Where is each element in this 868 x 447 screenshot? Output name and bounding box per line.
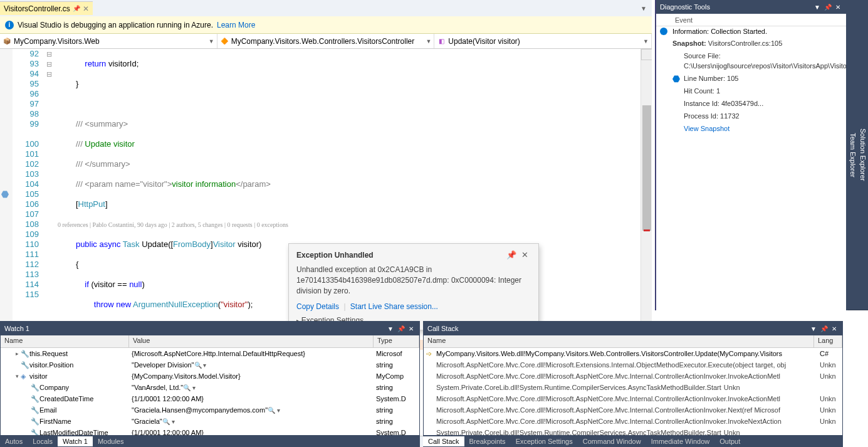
watch-row[interactable]: 🔧Company"VanArsdel, Ltd."🔍 ▾string: [1, 382, 419, 393]
callstack-row[interactable]: Microsoft.AspNetCore.Mvc.Core.dll!Micros…: [424, 404, 842, 416]
bottom-tab[interactable]: Locals: [28, 436, 58, 446]
solution-explorer-tab[interactable]: Solution Explorer: [858, 0, 868, 310]
close-icon[interactable]: ✕: [407, 325, 416, 332]
method-dropdown[interactable]: ◧ Update(Visitor visitor) ▼: [434, 34, 652, 48]
diag-source-file: Source File: C:\Users\nijogl\source\repo…: [656, 50, 846, 73]
left-bottom-tabs: AutosLocalsWatch 1Modules: [0, 435, 420, 447]
bottom-tab[interactable]: Modules: [93, 436, 129, 446]
chevron-down-icon: ▼: [209, 38, 214, 45]
file-tab[interactable]: VisitorsController.cs 📌 ✕: [0, 1, 93, 15]
watch-rows[interactable]: ▸🔧this.Request{Microsoft.AspNetCore.Http…: [1, 348, 419, 446]
info-icon: [660, 28, 672, 36]
hexagon-icon: [672, 75, 680, 83]
watch-row[interactable]: ▾◈visitor{MyCompany.Visitors.Model.Visit…: [1, 371, 419, 382]
pin-icon[interactable]: 📌: [504, 250, 519, 260]
exception-popup: Exception Unhandled 📌 ✕ Unhandled except…: [288, 243, 539, 330]
event-column-header[interactable]: Event: [656, 14, 846, 26]
bottom-tab[interactable]: Call Stack: [423, 436, 464, 446]
bottom-tab[interactable]: Autos: [0, 436, 28, 446]
diagnostic-tools-panel: Diagnostic Tools ▼ 📌 ✕ Event Information…: [655, 0, 846, 310]
watch-row[interactable]: 🔧visitor.Position"Developer Division"🔍 ▾…: [1, 359, 419, 371]
chevron-down-icon: ▼: [426, 38, 431, 45]
diag-info-row[interactable]: Information: Collection Started.: [656, 26, 846, 38]
watch-row[interactable]: 🔧FirstName"Graciela"🔍 ▾string: [1, 416, 419, 427]
split-icon[interactable]: [641, 49, 652, 60]
callstack-panel: Call Stack ▼ 📌 ✕ Name Lang ➩MyCompany.Vi…: [423, 321, 843, 447]
learn-more-link[interactable]: Learn More: [217, 21, 255, 29]
info-icon: i: [5, 21, 14, 29]
exception-title: Exception Unhandled: [296, 251, 504, 260]
watch-title-bar[interactable]: Watch 1 ▼ 📌 ✕: [1, 322, 419, 335]
watch-row[interactable]: ▸🔧this.Request{Microsoft.AspNetCore.Http…: [1, 348, 419, 359]
chevron-down-icon: ▼: [643, 38, 649, 45]
method-icon: ◧: [437, 37, 446, 46]
live-share-link[interactable]: Start Live Share session...: [350, 302, 438, 311]
dropdown-icon[interactable]: ▼: [808, 325, 818, 332]
exception-links: Copy Details | Start Live Share session.…: [296, 302, 531, 311]
tab-overflow-icon[interactable]: ▼: [641, 5, 652, 12]
pin-icon[interactable]: 📌: [822, 4, 834, 11]
notification-text: Visual Studio is debugging an applicatio…: [18, 21, 213, 29]
bottom-tab[interactable]: Watch 1: [58, 436, 93, 446]
close-icon[interactable]: ✕: [834, 4, 842, 11]
watch-table-header: Name Value Type: [1, 335, 419, 348]
callstack-title-bar[interactable]: Call Stack ▼ 📌 ✕: [424, 322, 842, 335]
pin-icon[interactable]: 📌: [818, 325, 830, 332]
watch-panel: Watch 1 ▼ 📌 ✕ Name Value Type ▸🔧this.Req…: [0, 321, 420, 447]
document-tab-bar: VisitorsController.cs 📌 ✕ ▼: [0, 0, 652, 16]
team-explorer-tab[interactable]: Team Explorer: [848, 0, 858, 310]
callstack-row[interactable]: Microsoft.AspNetCore.Mvc.Core.dll!Micros…: [424, 393, 842, 404]
namespace-icon: 📦: [3, 37, 11, 46]
right-bottom-tabs: Call StackBreakpointsException SettingsC…: [423, 435, 843, 447]
pin-icon[interactable]: 📌: [73, 5, 80, 12]
class-icon: 🔶: [220, 37, 229, 46]
callstack-row[interactable]: Microsoft.AspNetCore.Mvc.Core.dll!Micros…: [424, 371, 842, 382]
bottom-tab[interactable]: Output: [714, 436, 745, 446]
close-icon[interactable]: ✕: [830, 325, 839, 332]
bottom-tab[interactable]: Breakpoints: [464, 436, 511, 446]
callstack-table-header: Name Lang: [424, 335, 842, 348]
close-icon[interactable]: ✕: [519, 250, 531, 260]
right-dock: Solution Explorer Team Explorer: [846, 0, 868, 310]
dropdown-icon[interactable]: ▼: [385, 325, 395, 332]
bottom-tab[interactable]: Exception Settings: [511, 436, 578, 446]
pin-icon[interactable]: 📌: [395, 325, 407, 332]
debug-notification-bar: i Visual Studio is debugging an applicat…: [0, 16, 652, 34]
copy-details-link[interactable]: Copy Details: [296, 302, 339, 311]
codelens[interactable]: 0 references | Pablo Costantini, 90 days…: [58, 221, 288, 228]
callstack-row[interactable]: ➩MyCompany.Visitors.Web.dll!MyCompany.Vi…: [424, 348, 842, 359]
namespace-dropdown[interactable]: 📦 MyCompany.Visitors.Web ▼: [0, 34, 217, 48]
diagnostic-title-bar[interactable]: Diagnostic Tools ▼ 📌 ✕: [656, 0, 846, 14]
bottom-tab[interactable]: Immediate Window: [646, 436, 715, 446]
callstack-rows[interactable]: ➩MyCompany.Visitors.Web.dll!MyCompany.Vi…: [424, 348, 842, 446]
callstack-row[interactable]: System.Private.CoreLib.dll!System.Runtim…: [424, 382, 842, 393]
watch-row[interactable]: 🔧Email"Graciela.Hansen@mycompanydemos.co…: [1, 404, 419, 416]
callstack-row[interactable]: Microsoft.AspNetCore.Mvc.Core.dll!Micros…: [424, 359, 842, 371]
bottom-tab[interactable]: Command Window: [578, 436, 646, 446]
watch-row[interactable]: 🔧CreatedDateTime{1/1/0001 12:00:00 AM}Sy…: [1, 393, 419, 404]
snapshot-marker-icon[interactable]: [0, 189, 13, 199]
code-nav-bar: 📦 MyCompany.Visitors.Web ▼ 🔶 MyCompany.V…: [0, 34, 652, 49]
view-snapshot-link[interactable]: View Snapshot: [684, 125, 729, 132]
exception-body: Unhandled exception at 0x2CA1A9CB in 1e7…: [296, 265, 531, 296]
close-icon[interactable]: ✕: [83, 4, 89, 13]
error-marker[interactable]: [644, 229, 650, 231]
callstack-row[interactable]: Microsoft.AspNetCore.Mvc.Core.dll!Micros…: [424, 416, 842, 427]
file-tab-label: VisitorsController.cs: [4, 4, 70, 13]
dropdown-icon[interactable]: ▼: [812, 4, 822, 11]
class-dropdown[interactable]: 🔶 MyCompany.Visitors.Web.Controllers.Vis…: [217, 34, 435, 48]
